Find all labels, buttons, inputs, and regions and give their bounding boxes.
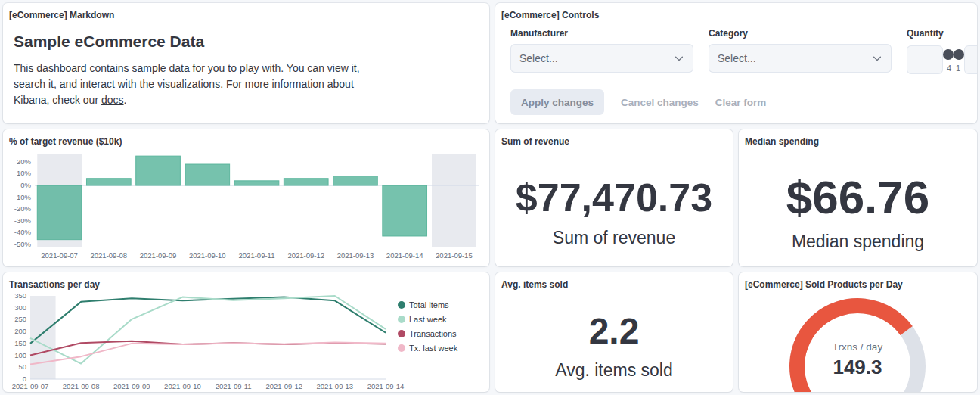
legend-swatch: [398, 330, 405, 337]
category-select[interactable]: Select...: [709, 44, 892, 73]
clear-form-button[interactable]: Clear form: [715, 97, 767, 108]
svg-text:2021-09-15: 2021-09-15: [436, 251, 473, 260]
panel-title-avg-items: Avg. items sold: [495, 272, 733, 291]
quantity-max-input[interactable]: [964, 45, 977, 74]
panel-sold-products-gauge: [eCommerce] Sold Products per Day Trxns …: [739, 272, 977, 392]
svg-text:2021-09-09: 2021-09-09: [113, 382, 150, 390]
docs-link[interactable]: docs: [101, 94, 124, 106]
svg-text:-20%: -20%: [14, 205, 32, 213]
panel-title-sold-products: [eCommerce] Sold Products per Day: [739, 272, 977, 291]
legend-swatch: [398, 316, 405, 323]
svg-text:2021-09-11: 2021-09-11: [239, 251, 275, 260]
svg-text:149.3: 149.3: [833, 356, 882, 378]
range-min-label: 1: [956, 64, 960, 73]
target-revenue-chart[interactable]: 20%10%0%-10%-20%-30%-40%-50%2021-09-0720…: [8, 150, 485, 265]
bar: [383, 185, 427, 236]
chevron-down-icon: [674, 53, 684, 64]
controls-form: Manufacturer Select... Category Select..…: [495, 22, 977, 76]
markdown-body: Sample eCommerce Data This dashboard con…: [3, 22, 489, 108]
svg-text:Trxns / day: Trxns / day: [833, 341, 883, 353]
svg-text:150: 150: [14, 339, 26, 347]
sum-of-revenue-value: $77,470.73: [516, 178, 712, 217]
svg-text:100: 100: [14, 351, 26, 359]
panel-title-transactions: Transactions per day: [3, 272, 489, 291]
panel-title-controls: [eCommerce] Controls: [495, 3, 977, 22]
transactions-chart[interactable]: 3503002502001501005002021-09-072021-09-0…: [8, 293, 485, 392]
markdown-text-after: .: [124, 94, 127, 106]
range-max-label: 4: [947, 64, 951, 73]
range-handle-max[interactable]: [943, 49, 954, 60]
svg-text:250: 250: [14, 316, 26, 324]
panel-title-median-spending: Median spending: [739, 129, 977, 148]
svg-text:2021-09-08: 2021-09-08: [63, 382, 100, 390]
manufacturer-control: Manufacturer Select...: [510, 28, 693, 76]
category-placeholder: Select...: [718, 52, 756, 64]
svg-text:-50%: -50%: [14, 240, 32, 248]
avg-items-label: Avg. items sold: [555, 360, 673, 381]
chevron-down-icon: [872, 53, 882, 64]
panel-sum-of-revenue: Sum of revenue $77,470.73 Sum of revenue: [495, 129, 733, 266]
panel-target-revenue: % of target revenue ($10k) 20%10%0%-10%-…: [3, 129, 489, 266]
avg-items-value: 2.2: [589, 313, 640, 350]
svg-text:2021-09-11: 2021-09-11: [216, 382, 252, 390]
svg-text:Total items: Total items: [409, 300, 449, 309]
svg-text:0%: 0%: [20, 181, 31, 189]
svg-text:2021-09-13: 2021-09-13: [317, 382, 354, 390]
category-label: Category: [709, 28, 892, 39]
median-spending-label: Median spending: [792, 232, 924, 252]
panel-title-sum-of-revenue: Sum of revenue: [495, 129, 733, 148]
revenue-bars: [37, 157, 426, 241]
gauge-chart[interactable]: Trxns / day149.3: [743, 293, 972, 392]
markdown-heading: Sample eCommerce Data: [14, 33, 479, 51]
transactions-chart-area: 3503002502001501005002021-09-072021-09-0…: [3, 291, 489, 392]
panel-markdown: [eCommerce] Markdown Sample eCommerce Da…: [3, 3, 489, 123]
svg-text:350: 350: [14, 293, 26, 300]
svg-text:2021-09-14: 2021-09-14: [386, 251, 423, 260]
target-revenue-chart-area: 20%10%0%-10%-20%-30%-40%-50%2021-09-0720…: [3, 148, 489, 266]
svg-text:2021-09-14: 2021-09-14: [368, 382, 405, 390]
chart-legend: Total itemsLast weekTransactionsTx. last…: [398, 300, 458, 353]
panel-avg-items: Avg. items sold 2.2 Avg. items sold: [495, 272, 733, 392]
svg-text:50: 50: [18, 363, 26, 372]
manufacturer-label: Manufacturer: [510, 28, 693, 39]
svg-text:300: 300: [14, 303, 26, 312]
manufacturer-select[interactable]: Select...: [510, 44, 693, 73]
bar: [333, 176, 378, 185]
dashboard: [eCommerce] Markdown Sample eCommerce Da…: [0, 0, 980, 395]
svg-text:2021-09-08: 2021-09-08: [91, 251, 128, 260]
markdown-paragraph: This dashboard contains sample data for …: [14, 61, 366, 108]
svg-text:2021-09-10: 2021-09-10: [189, 251, 226, 260]
svg-text:2021-09-07: 2021-09-07: [12, 382, 49, 390]
category-control: Category Select...: [709, 28, 892, 76]
panel-controls: [eCommerce] Controls Manufacturer Select…: [495, 3, 977, 123]
legend-swatch: [398, 301, 405, 309]
panel-title-markdown: [eCommerce] Markdown: [3, 3, 489, 22]
svg-text:2021-09-07: 2021-09-07: [41, 251, 78, 260]
svg-text:Last week: Last week: [409, 315, 447, 324]
svg-text:2021-09-09: 2021-09-09: [140, 251, 177, 260]
quantity-label: Quantity: [907, 28, 977, 39]
gauge-chart-area: Trxns / day149.3: [739, 291, 977, 392]
cancel-changes-button[interactable]: Cancel changes: [621, 97, 699, 108]
median-spending-metric: $66.76 Median spending: [739, 148, 977, 266]
median-spending-value: $66.76: [786, 174, 930, 221]
svg-text:20%: 20%: [17, 157, 32, 166]
svg-text:Tx. last week: Tx. last week: [409, 344, 458, 353]
bar: [284, 179, 328, 185]
svg-text:-40%: -40%: [14, 229, 32, 237]
apply-changes-button[interactable]: Apply changes: [510, 89, 604, 115]
panel-title-target-revenue: % of target revenue ($10k): [3, 129, 489, 148]
range-handle-min[interactable]: [954, 49, 964, 60]
markdown-text-before: This dashboard contains sample data for …: [14, 62, 360, 106]
legend-swatch: [398, 344, 405, 352]
svg-text:200: 200: [14, 328, 26, 336]
sum-of-revenue-metric: $77,470.73 Sum of revenue: [495, 148, 733, 266]
avg-items-metric: 2.2 Avg. items sold: [495, 291, 733, 392]
quantity-control: Quantity 1 4: [907, 28, 977, 76]
svg-text:2021-09-10: 2021-09-10: [164, 382, 201, 390]
series-line: [30, 297, 386, 344]
quantity-min-input[interactable]: [907, 45, 943, 74]
series-line: [30, 296, 386, 364]
svg-text:2021-09-12: 2021-09-12: [265, 382, 302, 390]
controls-buttons: Apply changes Cancel changes Clear form: [495, 76, 977, 123]
